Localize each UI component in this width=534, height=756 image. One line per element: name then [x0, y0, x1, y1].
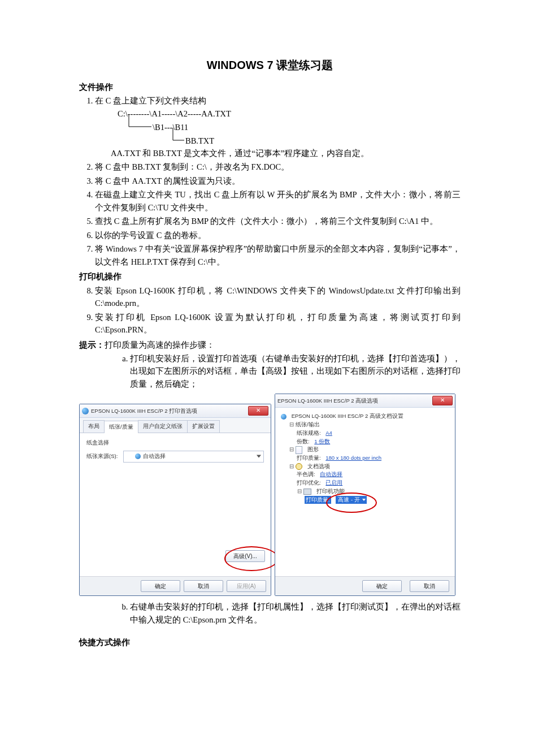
optimize-label: 打印优化:	[297, 479, 321, 487]
dlg1-title: EPSON LQ-1600K IIIH ESC/P 2 打印首选项	[91, 407, 197, 416]
document-page: WINDOWS 7 课堂练习题 文件操作 在 C 盘上建立下列文件夹结构 C:\…	[0, 0, 534, 756]
printer-icon	[82, 408, 89, 414]
tray-source-select[interactable]: 自动选择	[123, 451, 264, 463]
halftone-label: 半色调:	[297, 470, 315, 479]
titlebar: EPSON LQ-1600K IIIH ESC/P 2 高级选项 ✕	[275, 394, 455, 408]
tree-row1: C:\--------\A1-----\A2-----AA.TXT	[118, 107, 231, 120]
tray-source-label: 纸张来源(S):	[86, 452, 118, 461]
titlebar: EPSON LQ-1600K IIIH ESC/P 2 打印首选项 ✕	[80, 404, 271, 418]
dlg1-body: 纸盒选择 纸张来源(S): 自动选择 高级(V)...	[80, 433, 271, 581]
item-3: 将 C 盘中 AA.TXT 的属性设置为只读。	[95, 175, 461, 187]
print-res-label: 打印质量:	[297, 454, 321, 463]
item-5: 查找 C 盘上所有扩展名为 BMP 的文件（文件大小：微小），将前三个文件复制到…	[95, 215, 461, 227]
folder-tree: C:\--------\A1-----\A2-----AA.TXT \B1---…	[118, 107, 461, 147]
exercise-list-2: 安装 Epson LQ-1600K 打印机，将 C:\WINDOWS 文件夹下的…	[79, 284, 461, 336]
print-prefs-dialog: EPSON LQ-1600K IIIH ESC/P 2 打印首选项 ✕ 布局 纸…	[79, 404, 271, 596]
tab-paper-quality[interactable]: 纸张/质量	[104, 421, 138, 433]
copies-value[interactable]: 1 份数	[314, 438, 330, 446]
hint-line: 提示：打印质量为高速的操作步骤：	[79, 339, 461, 351]
section-shortcut-ops: 快捷方式操作	[79, 636, 461, 649]
group-graphic: 图形	[307, 446, 319, 454]
step-a: 打印机安装好后，设置打印首选项（右键单击安装好的打印机，选择【打印首选项】），出…	[130, 352, 461, 390]
halftone-value[interactable]: 自动选择	[320, 470, 342, 479]
tab-layout[interactable]: 布局	[83, 420, 105, 433]
dlg2-body: EPSON LQ-1600K IIIH ESC/P 2 高级文档设置 ⊟纸张/输…	[275, 408, 455, 581]
page-title: WINDOWS 7 课堂练习题	[79, 57, 461, 74]
exercise-list: 在 C 盘上建立下列文件夹结构 C:\--------\A1-----\A2--…	[79, 94, 461, 268]
tabs: 布局 纸张/质量 用户自定义纸张 扩展设置	[80, 418, 271, 433]
collapse-icon[interactable]: ⊟	[289, 446, 294, 454]
options-tree: EPSON LQ-1600K IIIH ESC/P 2 高级文档设置 ⊟纸张/输…	[281, 412, 449, 504]
item-8: 安装 Epson LQ-1600K 打印机，将 C:\WINDOWS 文件夹下的…	[95, 284, 461, 310]
copies-label: 份数:	[297, 438, 310, 446]
hint-steps-2: 右键单击安装好的打印机，选择【打印机属性】，选择【打印测试页】，在弹出的对话框中…	[79, 601, 461, 626]
paper-size-value[interactable]: A4	[325, 429, 332, 438]
collapse-icon[interactable]: ⊟	[289, 421, 294, 429]
tray-icon	[135, 453, 141, 459]
section-file-ops: 文件操作	[79, 81, 461, 93]
hint-label: 提示：	[79, 340, 105, 349]
advanced-options-dialog: EPSON LQ-1600K IIIH ESC/P 2 高级选项 ✕ EPSON…	[275, 394, 455, 596]
item-4: 在磁盘上建立文件夹 TU，找出 C 盘上所有以 W 开头的扩展名为 BMP，文件…	[95, 188, 461, 214]
print-res-value[interactable]: 180 x 180 dots per inch	[325, 454, 381, 463]
close-button[interactable]: ✕	[248, 406, 268, 416]
step-b: 右键单击安装好的打印机，选择【打印机属性】，选择【打印测试页】，在弹出的对话框中…	[130, 601, 461, 626]
dlg2-footer: 确定 取消	[275, 576, 455, 596]
item-7: 将 Windows 7 中有关“设置屏幕保护程序”的帮助窗口中所显示的全部文本内…	[95, 243, 461, 268]
chevron-down-icon	[257, 455, 261, 458]
item-2: 将 C 盘中 BB.TXT 复制到：C:\，并改名为 FX.DOC。	[95, 161, 461, 173]
q1-tail: AA.TXT 和 BB.TXT 是文本文件，通过“记事本”程序建立，内容自定。	[111, 147, 461, 159]
tree-root: EPSON LQ-1600K IIIH ESC/P 2 高级文档设置	[292, 412, 403, 421]
hint-tail: 打印质量为高速的操作步骤：	[105, 340, 215, 349]
cancel-button[interactable]: 取消	[410, 580, 449, 593]
printer-small-icon	[303, 489, 311, 495]
printer-icon	[281, 414, 286, 420]
document-icon	[296, 446, 302, 454]
tree-row3: BB.TXT	[185, 135, 214, 147]
group-paper: 纸张/输出	[296, 421, 320, 429]
ok-button[interactable]: 确定	[362, 580, 402, 593]
tray-section-label: 纸盒选择	[86, 439, 264, 447]
dlg2-title: EPSON LQ-1600K IIIH ESC/P 2 高级选项	[277, 397, 378, 405]
hint-steps: 打印机安装好后，设置打印首选项（右键单击安装好的打印机，选择【打印首选项】），出…	[79, 352, 461, 390]
item-9: 安装打印机 Epson LQ-1600K 设置为默认打印机，打印质量为高速，将测…	[95, 311, 461, 336]
collapse-icon[interactable]: ⊟	[289, 463, 294, 471]
annotation-circle	[326, 493, 377, 513]
optimize-value[interactable]: 已启用	[325, 479, 342, 487]
item-6: 以你的学号设置 C 盘的卷标。	[95, 229, 461, 241]
tab-extend[interactable]: 扩展设置	[187, 420, 220, 433]
q1-intro: 在 C 盘上建立下列文件夹结构	[95, 96, 206, 105]
tree-row2: \B1---\B11	[153, 121, 188, 133]
close-button[interactable]: ✕	[432, 396, 453, 405]
dlg1-footer: 确定 取消 应用(A)	[80, 576, 271, 596]
figures-row: EPSON LQ-1600K IIIH ESC/P 2 打印首选项 ✕ 布局 纸…	[79, 394, 461, 596]
annotation-circle	[224, 546, 279, 571]
cancel-button[interactable]: 取消	[184, 580, 223, 593]
group-docopts: 文档选项	[307, 463, 330, 471]
item-1: 在 C 盘上建立下列文件夹结构 C:\--------\A1-----\A2--…	[95, 94, 461, 159]
section-printer-ops: 打印机操作	[79, 270, 461, 283]
gear-icon	[296, 463, 302, 470]
paper-size-label: 纸张规格:	[297, 429, 321, 438]
collapse-icon[interactable]: ⊟	[297, 487, 302, 496]
ok-button[interactable]: 确定	[141, 580, 180, 593]
apply-button[interactable]: 应用(A)	[227, 580, 266, 593]
tray-source-value: 自动选择	[143, 452, 166, 461]
tab-custom-paper[interactable]: 用户自定义纸张	[138, 420, 188, 433]
